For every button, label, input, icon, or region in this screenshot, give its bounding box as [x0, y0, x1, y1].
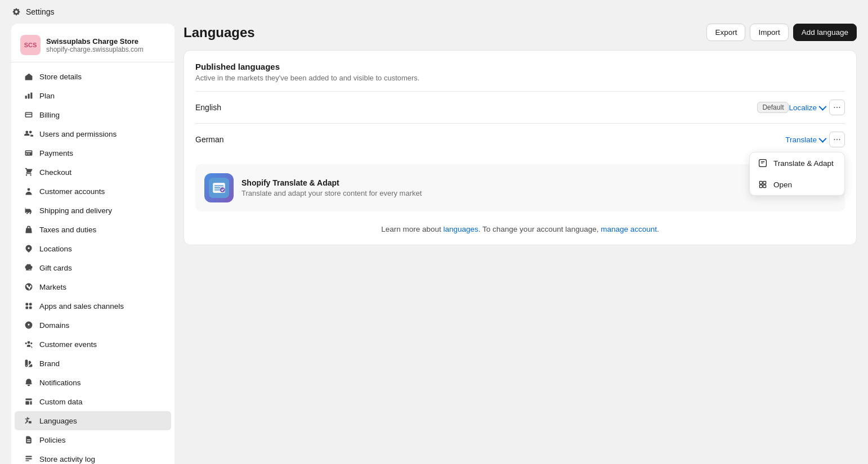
- sidebar-label-billing: Billing: [39, 111, 60, 119]
- dropdown-translate-adapt-label: Translate & Adapt: [773, 159, 834, 168]
- localize-chevron-icon: [818, 103, 826, 111]
- app-info: Shopify Translate & Adapt Translate and …: [241, 178, 422, 197]
- sidebar-item-store-details[interactable]: Store details: [15, 67, 171, 86]
- svg-rect-2: [763, 181, 766, 184]
- open-icon: [758, 179, 768, 190]
- sidebar-label-notifications: Notifications: [39, 379, 81, 387]
- sidebar-item-checkout[interactable]: Checkout: [15, 163, 171, 182]
- sidebar-item-custom-data[interactable]: Custom data: [15, 392, 171, 411]
- sidebar-item-customer-accounts[interactable]: Customer accounts: [15, 182, 171, 201]
- sidebar-item-apps-sales-channels[interactable]: Apps and sales channels: [15, 296, 171, 316]
- add-language-button[interactable]: Add language: [793, 24, 857, 41]
- languages-icon: [24, 416, 34, 426]
- sidebar-item-shipping-delivery[interactable]: Shipping and delivery: [15, 201, 171, 220]
- sidebar-label-domains: Domains: [39, 321, 69, 330]
- sidebar-item-domains[interactable]: Domains: [15, 316, 171, 335]
- notifications-icon: [24, 377, 34, 388]
- svg-rect-4: [763, 185, 766, 188]
- sidebar-item-payments[interactable]: Payments: [15, 143, 171, 163]
- custom-data-icon: [24, 397, 34, 407]
- dropdown-item-translate-adapt[interactable]: Translate & Adapt: [750, 152, 844, 174]
- dropdown-item-open[interactable]: Open: [750, 174, 844, 195]
- sidebar-item-brand[interactable]: Brand: [15, 354, 171, 373]
- sidebar-label-languages: Languages: [39, 417, 77, 425]
- main-layout: SCS Swissuplabs Charge Store shopify-cha…: [0, 24, 868, 464]
- top-bar: Settings: [0, 0, 868, 24]
- import-button[interactable]: Import: [750, 24, 788, 41]
- dropdown-open-label: Open: [773, 181, 792, 189]
- language-name-english: English: [195, 103, 751, 112]
- store-url: shopify-charge.swissuplabs.com: [46, 46, 144, 53]
- german-actions: Translate ···: [785, 132, 845, 147]
- checkout-icon: [24, 167, 34, 177]
- sidebar-label-apps-sales-channels: Apps and sales channels: [39, 302, 124, 310]
- languages-link[interactable]: languages: [444, 225, 478, 233]
- sidebar-item-policies[interactable]: Policies: [15, 430, 171, 449]
- store-name: Swissuplabs Charge Store: [46, 37, 144, 46]
- sidebar-item-markets[interactable]: Markets: [15, 277, 171, 296]
- sidebar-label-plan: Plan: [39, 92, 55, 100]
- gear-icon: [11, 7, 21, 17]
- store-header[interactable]: SCS Swissuplabs Charge Store shopify-cha…: [11, 30, 175, 62]
- translate-button[interactable]: Translate: [785, 136, 825, 144]
- settings-title: Settings: [26, 7, 55, 16]
- sidebar-item-notifications[interactable]: Notifications: [15, 373, 171, 392]
- domains-icon: [24, 320, 34, 330]
- sidebar-label-users-permissions: Users and permissions: [39, 130, 117, 138]
- sidebar-label-shipping-delivery: Shipping and delivery: [39, 206, 112, 215]
- app-desc: Translate and adapt your store content f…: [241, 189, 422, 197]
- sidebar-label-policies: Policies: [39, 436, 66, 444]
- sidebar-item-languages[interactable]: Languages: [15, 411, 171, 430]
- footer-text: Learn more about languages. To change yo…: [195, 225, 845, 233]
- translate-adapt-icon: [758, 158, 768, 168]
- content-area: Languages Export Import Add language Pub…: [184, 24, 857, 464]
- english-more-button[interactable]: ···: [829, 100, 845, 115]
- brand-icon: [24, 358, 34, 368]
- activity-log-icon: [24, 454, 34, 464]
- app-icon: [204, 173, 234, 202]
- sidebar-item-billing[interactable]: Billing: [15, 105, 171, 124]
- gift-cards-icon: [24, 263, 34, 273]
- store-icon: [24, 71, 34, 82]
- sidebar-item-customer-events[interactable]: Customer events: [15, 335, 171, 354]
- billing-icon: [24, 110, 34, 120]
- sidebar-label-checkout: Checkout: [39, 168, 71, 177]
- sidebar-label-locations: Locations: [39, 245, 72, 253]
- shopify-app-section: Shopify Translate & Adapt Translate and …: [195, 164, 845, 211]
- default-badge: Default: [757, 102, 789, 113]
- sidebar-label-markets: Markets: [39, 283, 66, 291]
- sidebar-item-gift-cards[interactable]: Gift cards: [15, 258, 171, 277]
- store-info: Swissuplabs Charge Store shopify-charge.…: [46, 37, 144, 53]
- german-more-button[interactable]: ···: [829, 132, 845, 147]
- app-name: Shopify Translate & Adapt: [241, 178, 422, 187]
- sidebar-label-customer-accounts: Customer accounts: [39, 187, 105, 196]
- nav-list: Store details Plan Billing Users and per…: [11, 67, 175, 464]
- export-button[interactable]: Export: [706, 24, 745, 41]
- plan-icon: [24, 91, 34, 101]
- svg-rect-1: [759, 181, 762, 184]
- localize-label: Localize: [789, 103, 817, 112]
- localize-button[interactable]: Localize: [789, 103, 825, 112]
- users-icon: [24, 129, 34, 139]
- sidebar-item-plan[interactable]: Plan: [15, 86, 171, 105]
- taxes-icon: [24, 224, 34, 235]
- sidebar-label-store-activity-log: Store activity log: [39, 455, 95, 463]
- markets-icon: [24, 282, 34, 292]
- sidebar: SCS Swissuplabs Charge Store shopify-cha…: [11, 24, 175, 464]
- header-actions: Export Import Add language: [706, 24, 857, 41]
- sidebar-label-brand: Brand: [39, 359, 60, 368]
- manage-account-link[interactable]: manage account: [601, 225, 657, 233]
- english-actions: Localize ···: [789, 100, 845, 115]
- customer-events-icon: [24, 339, 34, 349]
- sidebar-item-store-activity-log[interactable]: Store activity log: [15, 449, 171, 464]
- customer-accounts-icon: [24, 186, 34, 196]
- published-section-title: Published languages: [195, 62, 845, 71]
- page-title: Languages: [184, 25, 255, 40]
- sidebar-label-taxes-duties: Taxes and duties: [39, 226, 96, 234]
- sidebar-item-locations[interactable]: Locations: [15, 239, 171, 258]
- policies-icon: [24, 435, 34, 445]
- footer-prefix: Learn more about: [381, 225, 443, 233]
- sidebar-item-taxes-duties[interactable]: Taxes and duties: [15, 220, 171, 239]
- payments-icon: [24, 148, 34, 158]
- sidebar-item-users-permissions[interactable]: Users and permissions: [15, 124, 171, 143]
